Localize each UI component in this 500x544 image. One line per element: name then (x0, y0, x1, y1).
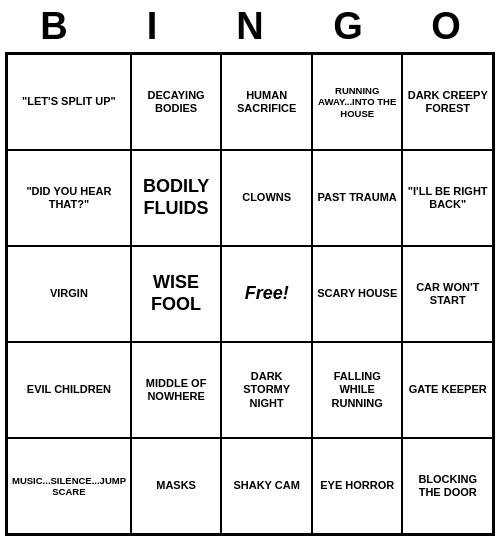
bingo-cell-18: FALLING WHILE RUNNING (312, 342, 403, 438)
bingo-cell-24: BLOCKING THE DOOR (402, 438, 493, 534)
bingo-letter-g: G (303, 5, 393, 48)
bingo-cell-22: SHAKY CAM (221, 438, 312, 534)
bingo-cell-2: HUMAN SACRIFICE (221, 54, 312, 150)
bingo-cell-3: RUNNING AWAY...INTO THE HOUSE (312, 54, 403, 150)
bingo-cell-1: DECAYING BODIES (131, 54, 222, 150)
bingo-cell-21: MASKS (131, 438, 222, 534)
bingo-cell-17: DARK STORMY NIGHT (221, 342, 312, 438)
bingo-cell-8: PAST TRAUMA (312, 150, 403, 246)
bingo-letter-n: N (205, 5, 295, 48)
bingo-cell-4: DARK CREEPY FOREST (402, 54, 493, 150)
bingo-cell-11: WISE FOOL (131, 246, 222, 342)
bingo-letter-i: I (107, 5, 197, 48)
bingo-cell-0: "LET'S SPLIT UP" (7, 54, 131, 150)
bingo-cell-15: EVIL CHILDREN (7, 342, 131, 438)
bingo-letter-o: O (401, 5, 491, 48)
bingo-cell-13: SCARY HOUSE (312, 246, 403, 342)
bingo-cell-10: VIRGIN (7, 246, 131, 342)
bingo-letter-b: B (9, 5, 99, 48)
bingo-cell-16: MIDDLE OF NOWHERE (131, 342, 222, 438)
bingo-cell-9: "I'LL BE RIGHT BACK" (402, 150, 493, 246)
bingo-cell-5: "DID YOU HEAR THAT?" (7, 150, 131, 246)
bingo-cell-6: BODILY FLUIDS (131, 150, 222, 246)
bingo-cell-23: EYE HORROR (312, 438, 403, 534)
bingo-cell-20: MUSIC...SILENCE...JUMP SCARE (7, 438, 131, 534)
bingo-cell-12: Free! (221, 246, 312, 342)
bingo-cell-7: CLOWNS (221, 150, 312, 246)
bingo-cell-14: CAR WON'T START (402, 246, 493, 342)
bingo-header: BINGO (5, 0, 495, 52)
bingo-cell-19: GATE KEEPER (402, 342, 493, 438)
bingo-grid: "LET'S SPLIT UP"DECAYING BODIESHUMAN SAC… (5, 52, 495, 536)
